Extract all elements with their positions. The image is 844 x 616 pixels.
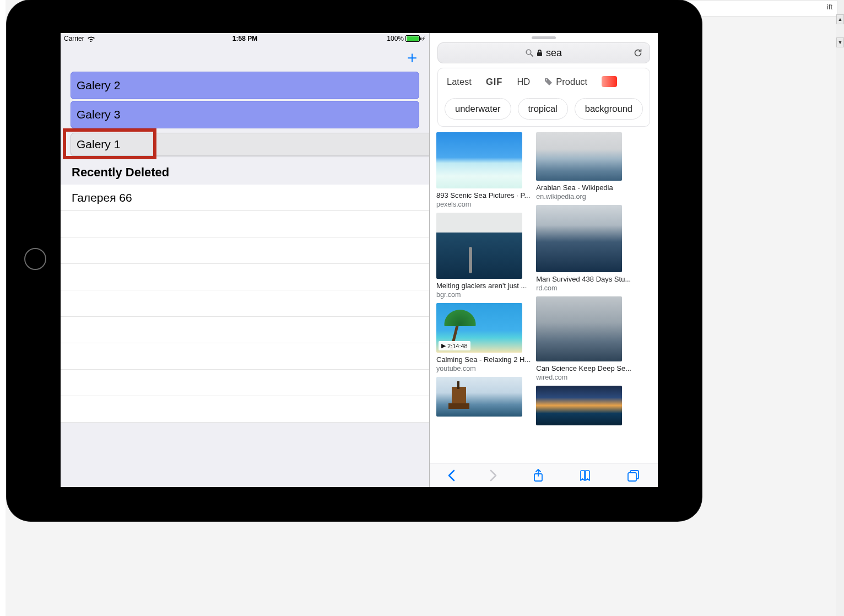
pill-underwater[interactable]: underwater [445,98,511,120]
filter-tab-gif[interactable]: GIF [486,77,503,87]
result-title: 893 Scenic Sea Pictures · P... [436,191,531,199]
background-left [0,0,6,616]
bookmarks-button[interactable] [579,469,592,482]
url-bar[interactable]: sea [437,42,650,63]
result-tile[interactable] [536,386,631,425]
empty-table-area [61,211,429,423]
filter-tab-hd[interactable]: HD [517,77,530,87]
result-tile[interactable]: Can Science Keep Deep Se...wired.com [536,296,631,381]
filter-tab-latest[interactable]: Latest [447,77,472,87]
safari-toolbar [430,463,658,487]
result-source: pexels.com [436,201,531,208]
safari-app: sea Latest GIF HD Product [430,33,658,487]
charging-icon: ⚡︎ [421,35,426,42]
share-button[interactable] [533,469,544,482]
back-button[interactable] [447,469,455,482]
left-app: Carrier 1:58 PM 100% ⚡︎ ＋ Gal [61,33,430,487]
home-button[interactable] [24,248,46,270]
gallery-row-selected[interactable]: Galery 3 [71,101,419,128]
result-thumbnail[interactable] [536,132,622,181]
pill-tropical[interactable]: tropical [518,98,568,120]
ipad-frame: Carrier 1:58 PM 100% ⚡︎ ＋ Gal [7,0,702,521]
tag-icon [544,78,553,86]
status-bar: Carrier 1:58 PM 100% ⚡︎ [61,33,429,44]
result-tile[interactable]: ▶2:14:48Calming Sea - Relaxing 2 H...you… [436,303,531,372]
result-tile[interactable]: 893 Scenic Sea Pictures · P...pexels.com [436,132,531,208]
scroll-arrow-down-icon[interactable]: ▼ [836,37,844,47]
result-title: Man Survived 438 Days Stu... [536,275,631,283]
ipad-screen: Carrier 1:58 PM 100% ⚡︎ ＋ Gal [61,33,658,487]
result-source: en.wikipedia.org [536,193,631,201]
slide-over-grabber[interactable] [532,36,556,39]
result-tile[interactable] [436,377,531,417]
result-source: bgr.com [436,291,531,299]
filter-tabs: Latest GIF HD Product [438,76,650,91]
result-source: rd.com [536,284,631,292]
result-thumbnail[interactable] [436,213,522,279]
svg-line-1 [531,54,533,56]
svg-rect-2 [537,52,542,56]
search-icon [526,49,533,57]
svg-rect-6 [628,473,636,481]
reload-icon[interactable] [633,48,643,58]
result-thumbnail[interactable] [436,132,522,188]
background-scrollbar [836,0,844,616]
gallery-label: Галерея 66 [72,191,132,204]
filter-color-chip[interactable] [602,76,617,87]
scroll-arrow-up-icon[interactable]: ▲ [836,14,844,24]
result-tile[interactable]: Melting glaciers aren't just ...bgr.com [436,213,531,299]
url-text: sea [546,47,562,59]
battery-icon [405,35,420,42]
split-view-handle[interactable] [469,247,472,273]
result-title: Melting glaciers aren't just ... [436,282,531,290]
suggestion-pills: underwater tropical background [438,98,650,120]
add-button[interactable]: ＋ [404,49,420,66]
gallery-label: Galery 3 [77,108,120,121]
result-title: Arabian Sea - Wikipedia [536,183,631,192]
filter-tab-product[interactable]: Product [556,77,587,87]
background-text: ift [827,3,832,11]
gallery-row[interactable]: Галерея 66 [61,185,429,211]
nav-bar: ＋ [61,44,429,71]
video-duration-badge: ▶2:14:48 [439,341,470,350]
gallery-row-selected[interactable]: Galery 2 [71,72,419,99]
search-filters-card: Latest GIF HD Product underwater tropica… [437,68,650,127]
gallery-label: Galery 2 [77,79,120,92]
result-source: wired.com [536,374,631,381]
result-thumbnail[interactable]: ▶2:14:48 [436,303,522,353]
forward-button [490,469,497,482]
pill-background[interactable]: background [575,98,643,120]
results-grid[interactable]: 893 Scenic Sea Pictures · P...pexels.com… [430,132,658,463]
result-tile[interactable]: Arabian Sea - Wikipediaen.wikipedia.org [536,132,631,201]
result-thumbnail[interactable] [536,205,622,272]
section-header-recently-deleted: Recently Deleted [61,160,429,185]
result-thumbnail[interactable] [536,296,622,361]
result-thumbnail[interactable] [536,386,622,425]
carrier-label: Carrier [64,35,84,42]
result-title: Calming Sea - Relaxing 2 H... [436,355,531,364]
result-source: youtube.com [436,365,531,372]
dragging-row-container: Galery 1 [63,129,429,160]
wifi-icon [87,36,95,42]
battery-percent: 100% [387,35,404,42]
lock-icon [537,50,543,57]
gallery-list[interactable]: Galery 2 Galery 3 Galery 1 Recently Dele… [61,71,429,487]
tabs-button[interactable] [627,469,640,482]
result-title: Can Science Keep Deep Se... [536,364,631,372]
svg-point-3 [546,79,547,80]
result-tile[interactable]: Man Survived 438 Days Stu...rd.com [536,205,631,292]
clock-label: 1:58 PM [61,35,429,42]
annotation-highlight [63,128,156,159]
result-thumbnail[interactable] [436,377,522,417]
